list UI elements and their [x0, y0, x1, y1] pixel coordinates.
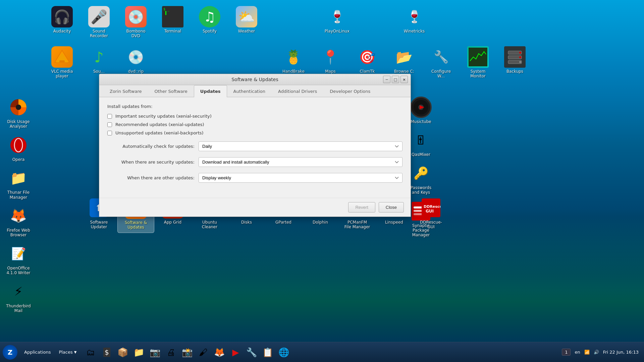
dialog-titlebar: Software & Updates − □ × — [99, 74, 411, 85]
tab-authentication[interactable]: Authentication — [227, 85, 272, 97]
dialog-content: Install updates from: Important security… — [99, 97, 411, 198]
taskbar-archive[interactable]: 📦 — [115, 345, 130, 360]
software-updates-dialog: Software & Updates − □ × Zorin Software … — [99, 74, 411, 217]
taskbar-firefox[interactable]: 🦊 — [212, 345, 227, 360]
applications-menu[interactable]: Applications — [20, 348, 55, 357]
revert-button[interactable]: Revert — [348, 202, 375, 213]
tab-additional-drivers[interactable]: Additional Drivers — [272, 85, 323, 97]
install-updates-label: Install updates from: — [107, 104, 402, 109]
auto-check-label: Automatically check for updates: — [107, 144, 195, 149]
checkbox-security[interactable] — [107, 114, 112, 119]
taskbar-network[interactable]: 🌐 — [276, 345, 291, 360]
minimize-button[interactable]: − — [383, 76, 390, 83]
workspace-indicator[interactable]: 1 — [562, 349, 571, 356]
dialog-close-button[interactable]: × — [400, 76, 408, 83]
taskbar-scanner[interactable]: 🖨 — [164, 345, 178, 360]
dialog-title: Software & Updates — [231, 77, 278, 82]
checkbox-security-label[interactable]: Important security updates (xenial-secur… — [115, 114, 212, 119]
taskbar-mediaplayer[interactable]: ▶ — [228, 345, 243, 360]
network-icon: 📶 — [584, 350, 590, 355]
taskbar-logo[interactable]: Z — [3, 345, 17, 360]
datetime-display: Fri 22 Jun, 16:13 — [603, 350, 639, 355]
checkbox-recommended[interactable] — [107, 122, 112, 127]
taskbar-camera2[interactable]: 📸 — [180, 345, 195, 360]
close-button[interactable]: Close — [379, 202, 404, 213]
checkbox-row-security: Important security updates (xenial-secur… — [107, 114, 402, 119]
taskbar-terminal[interactable]: $ — [99, 345, 114, 360]
tab-zorin-software[interactable]: Zorin Software — [103, 85, 148, 97]
security-updates-row: When there are security updates: Downloa… — [107, 157, 402, 167]
checkbox-unsupported[interactable] — [107, 131, 112, 135]
checkbox-row-recommended: Recommended updates (xenial-updates) — [107, 122, 402, 127]
other-updates-label: When there are other updates: — [107, 175, 195, 180]
checkbox-recommended-label[interactable]: Recommended updates (xenial-updates) — [115, 122, 204, 127]
places-menu[interactable]: Places ▼ — [55, 348, 80, 357]
taskbar-clipboard[interactable]: 📋 — [260, 345, 275, 360]
taskbar-files[interactable]: 🗂 — [83, 345, 98, 360]
taskbar-camera[interactable]: 📷 — [148, 345, 162, 360]
dialog-overlay: Software & Updates − □ × Zorin Software … — [0, 0, 644, 342]
lang-indicator[interactable]: en — [575, 350, 580, 355]
security-updates-label: When there are security updates: — [107, 160, 195, 165]
other-updates-row: When there are other updates: Display im… — [107, 173, 402, 183]
taskbar-settings[interactable]: 🔧 — [244, 345, 259, 360]
checkbox-row-unsupported: Unsupported updates (xenial-backports) — [107, 130, 402, 135]
taskbar-brush[interactable]: 🖌 — [196, 345, 211, 360]
taskbar-items: 🗂 $ 📦 📁 📷 🖨 📸 🖌 🦊 ▶ 🔧 📋 🌐 — [83, 345, 562, 360]
other-updates-select[interactable]: Display immediately Display weekly Displ… — [199, 173, 402, 183]
dialog-tabs: Zorin Software Other Software Updates Au… — [99, 85, 411, 97]
taskbar-right: 1 en 📶 🔊 Fri 22 Jun, 16:13 — [562, 349, 641, 356]
tab-other-software[interactable]: Other Software — [148, 85, 194, 97]
security-updates-select[interactable]: Download and install automatically Downl… — [199, 157, 402, 167]
auto-check-row: Automatically check for updates: Daily E… — [107, 141, 402, 151]
auto-check-select[interactable]: Daily Every two days Weekly Every two we… — [199, 141, 402, 151]
taskbar-folder[interactable]: 📁 — [131, 345, 146, 360]
tab-developer-options[interactable]: Developer Options — [323, 85, 377, 97]
checkbox-unsupported-label[interactable]: Unsupported updates (xenial-backports) — [115, 130, 204, 135]
tab-updates[interactable]: Updates — [194, 85, 227, 97]
taskbar: Z Applications Places ▼ 🗂 $ 📦 📁 📷 🖨 📸 🖌 … — [0, 342, 644, 362]
volume-icon[interactable]: 🔊 — [594, 350, 599, 355]
dialog-controls: − □ × — [383, 76, 408, 83]
dialog-footer: Revert Close — [99, 198, 411, 217]
maximize-button[interactable]: □ — [392, 76, 399, 83]
